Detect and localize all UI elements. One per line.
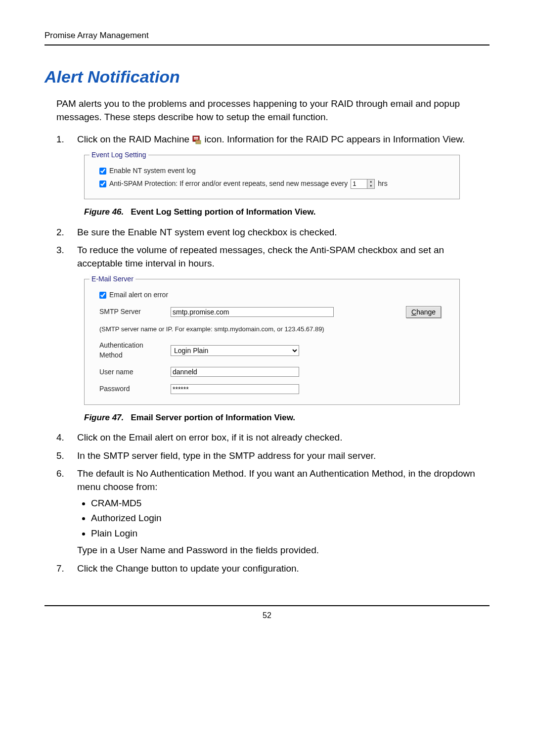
step-1-part-a: Click on the RAID Machine — [77, 134, 192, 144]
step-number-4: 4. — [56, 431, 77, 445]
step-number-3: 3. — [56, 244, 77, 270]
email-server-groupbox: E-Mail Server Email alert on error SMTP … — [84, 279, 460, 404]
step-6-lead: The default is No Authentication Method.… — [77, 468, 475, 492]
auth-option-authorized-login: Authorized Login — [91, 512, 490, 525]
svg-rect-3 — [196, 140, 201, 144]
anti-spam-unit-label: hrs — [378, 179, 387, 189]
figure-47-title: Email Server portion of Information View… — [131, 413, 295, 422]
change-button-rest: hange — [416, 308, 436, 316]
figure-46-number: Figure 46. — [84, 207, 124, 217]
anti-spam-interval-input[interactable] — [351, 179, 367, 189]
email-alert-on-error-label: Email alert on error — [109, 290, 168, 300]
spinner-up-button[interactable]: ▲ — [367, 179, 374, 184]
password-input[interactable] — [171, 384, 299, 394]
step-4-text: Click on the Email alert on error box, i… — [77, 431, 490, 445]
figure-46-title: Event Log Setting portion of Information… — [131, 207, 315, 217]
username-label: User name — [99, 367, 164, 377]
svg-rect-1 — [194, 137, 198, 138]
groupbox-legend-email: E-Mail Server — [89, 274, 135, 284]
figure-47-number: Figure 47. — [84, 413, 124, 422]
auth-option-cram-md5: CRAM-MD5 — [91, 497, 490, 510]
spinner-down-button[interactable]: ▼ — [367, 184, 374, 188]
step-number-2: 2. — [56, 226, 77, 239]
step-2-text: Be sure the Enable NT system event log c… — [77, 226, 490, 239]
svg-rect-2 — [194, 138, 198, 139]
change-button-accel: C — [411, 308, 416, 316]
username-input[interactable] — [171, 367, 299, 377]
step-number-7: 7. — [56, 562, 77, 576]
step-6-text: The default is No Authentication Method.… — [77, 467, 490, 557]
figure-47-caption: Figure 47. Email Server portion of Infor… — [84, 412, 490, 424]
step-1-text: Click on the RAID Machine icon. Informat… — [77, 133, 490, 146]
page-number: 52 — [44, 605, 490, 621]
step-6-tail: Type in a User Name and Password in the … — [77, 544, 490, 557]
figure-46-caption: Figure 46. Event Log Setting portion of … — [84, 206, 490, 218]
step-number-5: 5. — [56, 449, 77, 463]
groupbox-legend-eventlog: Event Log Setting — [89, 150, 148, 160]
step-number-6: 6. — [56, 467, 77, 557]
auth-method-label: Authentication Method — [99, 341, 164, 360]
change-button[interactable]: Change — [406, 306, 441, 318]
smtp-hint-text: (SMTP server name or IP. For example: sm… — [99, 325, 450, 334]
page-title: Alert Notification — [44, 65, 490, 89]
enable-nt-eventlog-label: Enable NT system event log — [109, 166, 196, 176]
event-log-setting-groupbox: Event Log Setting Enable NT system event… — [84, 155, 460, 199]
email-alert-on-error-checkbox[interactable] — [99, 292, 106, 299]
anti-spam-checkbox[interactable] — [99, 180, 106, 187]
anti-spam-interval-spinner[interactable]: ▲ ▼ — [351, 179, 375, 189]
raid-machine-icon — [192, 134, 202, 144]
step-number-1: 1. — [56, 133, 77, 146]
anti-spam-label: Anti-SPAM Protection: If error and/or ev… — [109, 179, 348, 189]
step-5-text: In the SMTP server field, type in the SM… — [77, 449, 490, 463]
intro-paragraph: PAM alerts you to the problems and proce… — [56, 97, 490, 124]
running-header: Promise Array Management — [44, 30, 490, 45]
auth-option-plain-login: Plain Login — [91, 527, 490, 540]
smtp-server-input[interactable] — [171, 307, 334, 317]
password-label: Password — [99, 384, 164, 394]
step-3-text: To reduce the volume of repeated message… — [77, 244, 490, 270]
step-7-text: Click the Change button to update your c… — [77, 562, 490, 576]
auth-method-select[interactable]: Login Plain — [171, 345, 299, 356]
step-1-part-b: icon. Information for the RAID PC appear… — [205, 134, 465, 144]
smtp-server-label: SMTP Server — [99, 307, 164, 317]
enable-nt-eventlog-checkbox[interactable] — [99, 168, 106, 175]
